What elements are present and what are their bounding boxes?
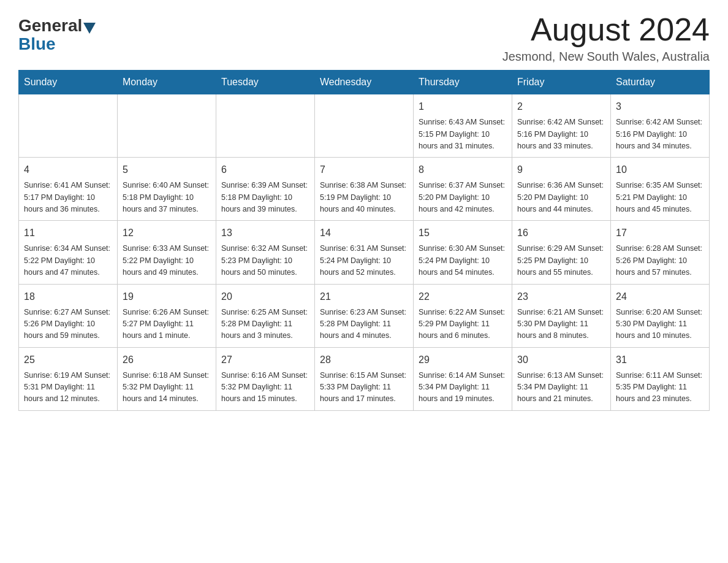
calendar-cell: 14Sunrise: 6:31 AM Sunset: 5:24 PM Dayli… bbox=[315, 221, 414, 284]
day-number: 20 bbox=[221, 289, 309, 304]
title-area: August 2024 Jesmond, New South Wales, Au… bbox=[502, 12, 710, 64]
day-number: 7 bbox=[320, 163, 408, 177]
calendar-cell: 17Sunrise: 6:28 AM Sunset: 5:26 PM Dayli… bbox=[611, 221, 710, 284]
calendar-cell: 25Sunrise: 6:19 AM Sunset: 5:31 PM Dayli… bbox=[19, 347, 118, 410]
day-number: 5 bbox=[123, 163, 211, 177]
calendar-cell: 7Sunrise: 6:38 AM Sunset: 5:19 PM Daylig… bbox=[315, 158, 414, 221]
weekday-header-wednesday: Wednesday bbox=[315, 71, 414, 94]
calendar-week-row: 1Sunrise: 6:43 AM Sunset: 5:15 PM Daylig… bbox=[19, 94, 710, 158]
day-info: Sunrise: 6:22 AM Sunset: 5:29 PM Dayligh… bbox=[419, 307, 507, 342]
day-info: Sunrise: 6:42 AM Sunset: 5:16 PM Dayligh… bbox=[517, 117, 605, 152]
calendar-cell: 15Sunrise: 6:30 AM Sunset: 5:24 PM Dayli… bbox=[414, 221, 512, 284]
calendar-cell: 5Sunrise: 6:40 AM Sunset: 5:18 PM Daylig… bbox=[118, 158, 216, 221]
logo-triangle-icon bbox=[83, 23, 96, 34]
calendar-cell: 13Sunrise: 6:32 AM Sunset: 5:23 PM Dayli… bbox=[216, 221, 315, 284]
calendar-cell: 4Sunrise: 6:41 AM Sunset: 5:17 PM Daylig… bbox=[19, 158, 118, 221]
calendar-cell: 8Sunrise: 6:37 AM Sunset: 5:20 PM Daylig… bbox=[414, 158, 512, 221]
day-info: Sunrise: 6:37 AM Sunset: 5:20 PM Dayligh… bbox=[419, 180, 507, 215]
day-number: 24 bbox=[616, 289, 704, 304]
day-info: Sunrise: 6:41 AM Sunset: 5:17 PM Dayligh… bbox=[24, 180, 112, 215]
day-info: Sunrise: 6:28 AM Sunset: 5:26 PM Dayligh… bbox=[616, 243, 704, 278]
logo-blue-text: Blue bbox=[18, 34, 56, 54]
calendar-cell: 6Sunrise: 6:39 AM Sunset: 5:18 PM Daylig… bbox=[216, 158, 315, 221]
calendar-cell bbox=[315, 94, 414, 158]
day-number: 1 bbox=[419, 99, 507, 114]
calendar-cell: 27Sunrise: 6:16 AM Sunset: 5:32 PM Dayli… bbox=[216, 347, 315, 410]
header: General Blue August 2024 Jesmond, New So… bbox=[18, 12, 710, 64]
day-number: 11 bbox=[24, 226, 112, 240]
day-info: Sunrise: 6:43 AM Sunset: 5:15 PM Dayligh… bbox=[419, 117, 507, 152]
day-info: Sunrise: 6:38 AM Sunset: 5:19 PM Dayligh… bbox=[320, 180, 408, 215]
day-info: Sunrise: 6:30 AM Sunset: 5:24 PM Dayligh… bbox=[419, 243, 507, 278]
day-number: 25 bbox=[24, 353, 112, 367]
day-info: Sunrise: 6:40 AM Sunset: 5:18 PM Dayligh… bbox=[123, 180, 211, 215]
location-subtitle: Jesmond, New South Wales, Australia bbox=[502, 50, 710, 64]
day-number: 12 bbox=[123, 226, 211, 240]
day-info: Sunrise: 6:26 AM Sunset: 5:27 PM Dayligh… bbox=[123, 307, 211, 342]
logo-general-text: General bbox=[18, 17, 82, 34]
day-info: Sunrise: 6:36 AM Sunset: 5:20 PM Dayligh… bbox=[517, 180, 605, 215]
calendar-cell: 3Sunrise: 6:42 AM Sunset: 5:16 PM Daylig… bbox=[611, 94, 710, 158]
calendar-cell: 23Sunrise: 6:21 AM Sunset: 5:30 PM Dayli… bbox=[512, 284, 611, 347]
calendar-cell: 30Sunrise: 6:13 AM Sunset: 5:34 PM Dayli… bbox=[512, 347, 611, 410]
day-number: 16 bbox=[517, 226, 605, 240]
calendar-cell: 31Sunrise: 6:11 AM Sunset: 5:35 PM Dayli… bbox=[611, 347, 710, 410]
calendar-cell: 24Sunrise: 6:20 AM Sunset: 5:30 PM Dayli… bbox=[611, 284, 710, 347]
day-info: Sunrise: 6:23 AM Sunset: 5:28 PM Dayligh… bbox=[320, 307, 408, 342]
day-number: 14 bbox=[320, 226, 408, 240]
calendar-cell: 12Sunrise: 6:33 AM Sunset: 5:22 PM Dayli… bbox=[118, 221, 216, 284]
weekday-header-monday: Monday bbox=[118, 71, 216, 94]
day-info: Sunrise: 6:25 AM Sunset: 5:28 PM Dayligh… bbox=[221, 307, 309, 342]
calendar-cell bbox=[118, 94, 216, 158]
day-number: 29 bbox=[419, 353, 507, 367]
day-number: 23 bbox=[517, 289, 605, 304]
day-number: 8 bbox=[419, 163, 507, 177]
day-info: Sunrise: 6:13 AM Sunset: 5:34 PM Dayligh… bbox=[517, 370, 605, 405]
calendar-week-row: 25Sunrise: 6:19 AM Sunset: 5:31 PM Dayli… bbox=[19, 347, 710, 410]
weekday-header-tuesday: Tuesday bbox=[216, 71, 315, 94]
day-info: Sunrise: 6:29 AM Sunset: 5:25 PM Dayligh… bbox=[517, 243, 605, 278]
calendar-cell: 22Sunrise: 6:22 AM Sunset: 5:29 PM Dayli… bbox=[414, 284, 512, 347]
calendar-cell: 10Sunrise: 6:35 AM Sunset: 5:21 PM Dayli… bbox=[611, 158, 710, 221]
day-info: Sunrise: 6:15 AM Sunset: 5:33 PM Dayligh… bbox=[320, 370, 408, 405]
day-number: 10 bbox=[616, 163, 704, 177]
calendar-cell: 21Sunrise: 6:23 AM Sunset: 5:28 PM Dayli… bbox=[315, 284, 414, 347]
day-number: 6 bbox=[221, 163, 309, 177]
day-number: 2 bbox=[517, 99, 605, 114]
weekday-header-saturday: Saturday bbox=[611, 71, 710, 94]
calendar-week-row: 18Sunrise: 6:27 AM Sunset: 5:26 PM Dayli… bbox=[19, 284, 710, 347]
day-info: Sunrise: 6:32 AM Sunset: 5:23 PM Dayligh… bbox=[221, 243, 309, 278]
day-number: 9 bbox=[517, 163, 605, 177]
day-info: Sunrise: 6:34 AM Sunset: 5:22 PM Dayligh… bbox=[24, 243, 112, 278]
day-number: 22 bbox=[419, 289, 507, 304]
day-number: 31 bbox=[616, 353, 704, 367]
day-info: Sunrise: 6:11 AM Sunset: 5:35 PM Dayligh… bbox=[616, 370, 704, 405]
calendar-cell bbox=[216, 94, 315, 158]
day-info: Sunrise: 6:27 AM Sunset: 5:26 PM Dayligh… bbox=[24, 307, 112, 342]
day-info: Sunrise: 6:35 AM Sunset: 5:21 PM Dayligh… bbox=[616, 180, 704, 215]
day-number: 13 bbox=[221, 226, 309, 240]
calendar-cell: 28Sunrise: 6:15 AM Sunset: 5:33 PM Dayli… bbox=[315, 347, 414, 410]
day-info: Sunrise: 6:33 AM Sunset: 5:22 PM Dayligh… bbox=[123, 243, 211, 278]
weekday-header-sunday: Sunday bbox=[19, 71, 118, 94]
day-number: 19 bbox=[123, 289, 211, 304]
day-number: 17 bbox=[616, 226, 704, 240]
weekday-header-friday: Friday bbox=[512, 71, 611, 94]
weekday-header-thursday: Thursday bbox=[414, 71, 512, 94]
day-info: Sunrise: 6:14 AM Sunset: 5:34 PM Dayligh… bbox=[419, 370, 507, 405]
calendar-week-row: 4Sunrise: 6:41 AM Sunset: 5:17 PM Daylig… bbox=[19, 158, 710, 221]
calendar-cell: 2Sunrise: 6:42 AM Sunset: 5:16 PM Daylig… bbox=[512, 94, 611, 158]
day-info: Sunrise: 6:21 AM Sunset: 5:30 PM Dayligh… bbox=[517, 307, 605, 342]
day-info: Sunrise: 6:16 AM Sunset: 5:32 PM Dayligh… bbox=[221, 370, 309, 405]
day-number: 28 bbox=[320, 353, 408, 367]
logo: General Blue bbox=[18, 12, 97, 54]
calendar-cell: 1Sunrise: 6:43 AM Sunset: 5:15 PM Daylig… bbox=[414, 94, 512, 158]
day-info: Sunrise: 6:18 AM Sunset: 5:32 PM Dayligh… bbox=[123, 370, 211, 405]
day-info: Sunrise: 6:42 AM Sunset: 5:16 PM Dayligh… bbox=[616, 117, 704, 152]
day-number: 30 bbox=[517, 353, 605, 367]
calendar-week-row: 11Sunrise: 6:34 AM Sunset: 5:22 PM Dayli… bbox=[19, 221, 710, 284]
day-info: Sunrise: 6:19 AM Sunset: 5:31 PM Dayligh… bbox=[24, 370, 112, 405]
month-year-title: August 2024 bbox=[502, 12, 710, 47]
calendar-cell: 29Sunrise: 6:14 AM Sunset: 5:34 PM Dayli… bbox=[414, 347, 512, 410]
day-number: 4 bbox=[24, 163, 112, 177]
